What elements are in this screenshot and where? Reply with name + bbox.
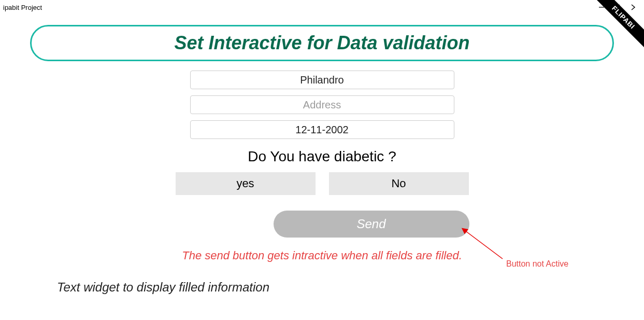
form-area: Do You have diabetic ? yes No Send The s… bbox=[0, 71, 644, 262]
window-controls bbox=[598, 4, 641, 11]
display-widget-label: Text widget to display filled informatio… bbox=[57, 280, 269, 295]
yes-button[interactable]: yes bbox=[176, 172, 316, 195]
page-heading-banner: Set Interactive for Data validation bbox=[30, 25, 614, 61]
send-button[interactable]: Send bbox=[274, 211, 469, 238]
date-input[interactable] bbox=[190, 120, 454, 139]
question-label: Do You have diabetic ? bbox=[248, 148, 396, 165]
yes-no-row: yes No bbox=[176, 172, 469, 195]
next-icon[interactable] bbox=[629, 4, 637, 11]
no-button[interactable]: No bbox=[329, 172, 469, 195]
page-title: Set Interactive for Data validation bbox=[174, 32, 469, 54]
arrow-annotation-label: Button not Active bbox=[506, 259, 568, 269]
maximize-icon[interactable] bbox=[614, 4, 620, 10]
window-title: ipabit Project bbox=[3, 4, 42, 11]
address-input[interactable] bbox=[190, 95, 454, 114]
svg-rect-1 bbox=[615, 5, 620, 10]
name-input[interactable] bbox=[190, 71, 454, 89]
minimize-icon[interactable] bbox=[598, 4, 605, 10]
hint-text: The send button gets intractive when all… bbox=[182, 249, 462, 262]
window-titlebar: ipabit Project bbox=[0, 0, 644, 15]
